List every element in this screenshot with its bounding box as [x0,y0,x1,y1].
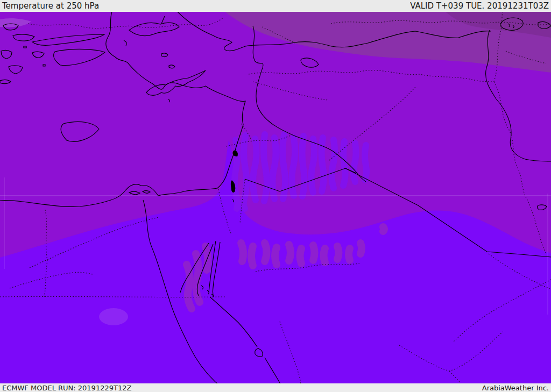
weather-map-screen: Temperature at 250 hPa VALID T+039 TUE. … [0,0,551,392]
header-bar: Temperature at 250 hPa VALID T+039 TUE. … [0,0,551,12]
map-title: Temperature at 250 hPa [2,1,99,11]
temperature-patch-soft [99,308,128,325]
valid-time-label: VALID T+039 TUE. 20191231T03Z [410,1,549,11]
weather-map [0,12,551,383]
provider-credit: ArabiaWeather Inc. [482,384,549,392]
temperature-map-canvas [0,12,551,383]
footer-bar: ECMWF MODEL RUN: 20191229T12Z ArabiaWeat… [0,383,551,392]
model-run-label: ECMWF MODEL RUN: 20191229T12Z [2,384,131,392]
